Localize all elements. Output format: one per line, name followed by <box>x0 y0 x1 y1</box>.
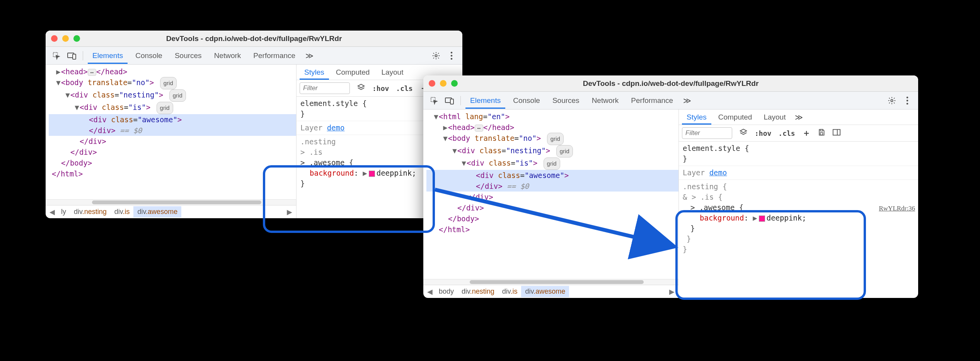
grid-badge[interactable]: grid <box>544 157 560 170</box>
crumb-awesome[interactable]: div.awesome <box>133 206 181 217</box>
layers-icon[interactable] <box>357 83 365 94</box>
gear-icon[interactable] <box>430 50 442 62</box>
layers-icon[interactable] <box>739 128 748 139</box>
dom-node-body-close[interactable]: </body> <box>49 157 296 168</box>
more-tabs-chevron-icon[interactable]: ≫ <box>303 51 316 60</box>
more-subtabs-chevron-icon[interactable]: ≫ <box>793 113 805 122</box>
more-tabs-chevron-icon[interactable]: ≫ <box>681 96 694 105</box>
styles-rules[interactable]: element.style { } Layer demo RwYLRdr:36 … <box>679 142 918 298</box>
dom-node-html[interactable]: ▼<html lang="en"> <box>426 111 678 122</box>
layer-link[interactable]: demo <box>709 168 727 177</box>
collapsed-ellipsis-icon[interactable]: ⋯ <box>475 125 483 132</box>
dom-node-awesome[interactable]: <div class="awesome"> <box>49 114 296 125</box>
layer-link[interactable]: demo <box>327 123 345 132</box>
styles-filter-input[interactable] <box>682 127 732 139</box>
subtab-layout[interactable]: Layout <box>377 65 408 80</box>
dom-tree[interactable]: ▼<html lang="en"> ▶<head>⋯</head> ▼<body… <box>423 109 678 279</box>
horizontal-scrollbar[interactable] <box>46 199 296 205</box>
color-swatch-icon[interactable] <box>369 171 375 177</box>
dom-node-nesting[interactable]: ▼<div class="nesting"> grid <box>426 145 678 157</box>
dom-node-body-close[interactable]: </body> <box>426 213 678 224</box>
dom-node-awesome[interactable]: <div class="awesome"> <box>426 170 678 181</box>
tab-console[interactable]: Console <box>131 48 167 64</box>
tab-elements[interactable]: Elements <box>88 48 128 64</box>
tab-network[interactable]: Network <box>210 48 246 64</box>
cls-toggle[interactable]: .cls <box>778 129 795 137</box>
collapsed-ellipsis-icon[interactable]: ⋯ <box>88 69 96 76</box>
tab-network[interactable]: Network <box>587 92 624 109</box>
scrollbar-thumb[interactable] <box>470 280 644 284</box>
dom-node-is-close[interactable]: </div> <box>49 136 296 147</box>
expand-triangle-icon[interactable]: ▶ <box>753 214 757 222</box>
tab-performance[interactable]: Performance <box>626 92 678 109</box>
tab-sources[interactable]: Sources <box>548 92 584 109</box>
dom-node-html-close[interactable]: </html> <box>49 168 296 179</box>
device-toolbar-icon[interactable] <box>443 94 456 107</box>
subtab-computed[interactable]: Computed <box>331 65 375 80</box>
breadcrumb-scroll-right-icon[interactable]: ▶ <box>285 208 295 216</box>
gear-icon[interactable] <box>886 94 898 107</box>
element-style-rule[interactable]: element.style { } <box>679 142 918 166</box>
minimize-window-icon[interactable] <box>62 35 69 42</box>
dom-node-nesting-close[interactable]: </div> <box>426 202 678 213</box>
dom-node-awesome-close[interactable]: </div> == $0 <box>426 181 678 192</box>
dom-node-awesome-close[interactable]: </div> == $0 <box>49 125 296 136</box>
dom-node-head[interactable]: ▶<head>⋯</head> <box>426 122 678 133</box>
dom-node-nesting[interactable]: ▼<div class="nesting"> grid <box>49 89 296 102</box>
crumb-is[interactable]: div.is <box>498 286 522 297</box>
crumb-is[interactable]: div.is <box>111 206 134 217</box>
horizontal-scrollbar[interactable] <box>423 279 678 285</box>
hov-toggle[interactable]: :hov <box>372 84 389 92</box>
crumb-body[interactable]: ly <box>57 206 70 217</box>
crumb-nesting[interactable]: div.nesting <box>458 286 498 297</box>
subtab-styles[interactable]: Styles <box>300 65 329 80</box>
zoom-window-icon[interactable] <box>73 35 80 42</box>
nested-rule[interactable]: RwYLRdr:36 .nesting { & > .is { > .aweso… <box>679 180 918 256</box>
grid-badge[interactable]: grid <box>169 89 186 102</box>
close-window-icon[interactable] <box>429 80 435 87</box>
layer-header[interactable]: Layer demo <box>679 166 918 180</box>
grid-badge[interactable]: grid <box>547 133 564 145</box>
save-icon[interactable] <box>818 128 825 138</box>
device-toolbar-icon[interactable] <box>66 50 78 62</box>
close-window-icon[interactable] <box>51 35 58 42</box>
crumb-nesting[interactable]: div.nesting <box>70 206 111 217</box>
scrollbar-thumb[interactable] <box>92 200 261 204</box>
expand-triangle-icon[interactable]: ▶ <box>363 169 367 177</box>
grid-badge[interactable]: grid <box>556 145 573 157</box>
cls-toggle[interactable]: .cls <box>396 84 412 92</box>
crumb-body[interactable]: body <box>435 286 458 297</box>
inspect-icon[interactable] <box>428 94 440 107</box>
tab-sources[interactable]: Sources <box>170 48 206 64</box>
styles-filter-input[interactable] <box>300 82 350 94</box>
breadcrumb-scroll-right-icon[interactable]: ▶ <box>667 287 677 296</box>
tab-console[interactable]: Console <box>508 92 545 109</box>
subtab-computed[interactable]: Computed <box>714 110 757 125</box>
inspect-icon[interactable] <box>50 50 63 62</box>
subtab-layout[interactable]: Layout <box>759 110 790 125</box>
dom-node-head[interactable]: ▶<head>⋯</head> <box>49 66 296 77</box>
grid-badge[interactable]: grid <box>160 77 177 89</box>
dom-node-body[interactable]: ▼<body translate="no"> grid <box>49 77 296 89</box>
color-swatch-icon[interactable] <box>759 216 765 222</box>
dom-node-body[interactable]: ▼<body translate="no"> grid <box>426 133 678 145</box>
new-rule-plus-icon[interactable]: ＋ <box>802 127 811 139</box>
dom-node-nesting-close[interactable]: </div> <box>49 147 296 157</box>
kebab-menu-icon[interactable] <box>901 94 914 107</box>
crumb-awesome[interactable]: div.awesome <box>521 286 569 297</box>
tab-performance[interactable]: Performance <box>249 48 300 64</box>
source-link[interactable]: RwYLRdr:36 <box>879 203 915 214</box>
dom-tree[interactable]: ▶<head>⋯</head> ▼<body translate="no"> g… <box>46 65 296 199</box>
dom-node-html-close[interactable]: </html> <box>426 224 678 235</box>
declaration-background[interactable]: background: ▶deeppink; <box>683 213 914 223</box>
tab-elements[interactable]: Elements <box>465 92 505 109</box>
breadcrumb-scroll-left-icon[interactable]: ◀ <box>425 287 435 296</box>
dom-node-is[interactable]: ▼<div class="is"> grid <box>49 102 296 114</box>
dom-node-is-close[interactable]: </div> <box>426 192 678 202</box>
dom-node-is[interactable]: ▼<div class="is"> grid <box>426 157 678 170</box>
computed-panel-icon[interactable] <box>832 128 841 138</box>
subtab-styles[interactable]: Styles <box>682 110 711 125</box>
breadcrumb-scroll-left-icon[interactable]: ◀ <box>47 208 57 216</box>
hov-toggle[interactable]: :hov <box>755 129 771 137</box>
grid-badge[interactable]: grid <box>157 102 173 114</box>
